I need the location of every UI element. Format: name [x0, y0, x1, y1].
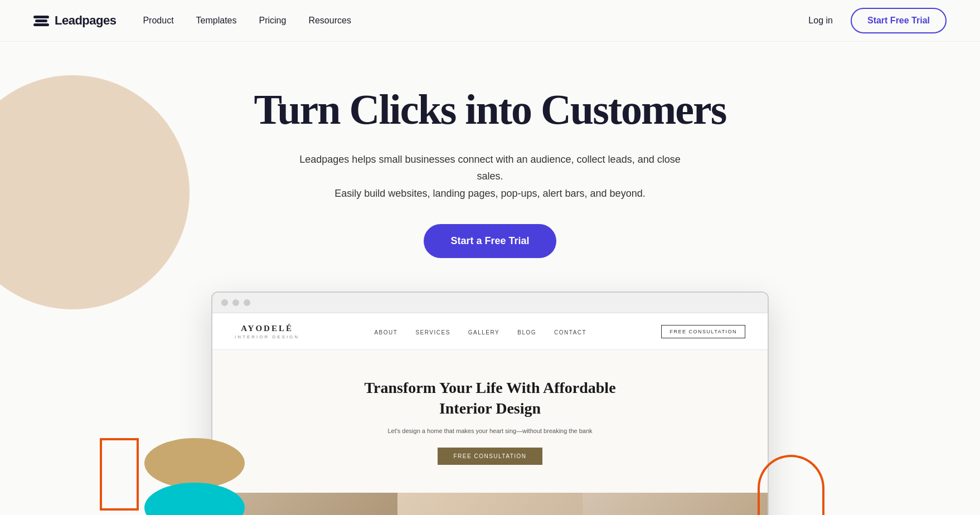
browser-dot-2: [232, 299, 239, 306]
mockup-navbar: AYODELÉ INTERIOR DESIGN ABOUT SERVICES G…: [212, 313, 768, 350]
hourglass-bottom: [144, 483, 245, 515]
mockup-link-about: ABOUT: [374, 329, 397, 336]
orange-arch-decoration: [758, 455, 824, 515]
nav-item-pricing[interactable]: Pricing: [259, 16, 287, 26]
mockup-nav-links: ABOUT SERVICES GALLERY BLOG CONTACT: [374, 327, 586, 337]
mockup-nav-consultation-button: FREE CONSULTATION: [661, 325, 745, 338]
logo[interactable]: Leadpages: [33, 13, 116, 28]
browser-content: AYODELÉ INTERIOR DESIGN ABOUT SERVICES G…: [212, 313, 768, 515]
hourglass-decoration: [144, 438, 245, 515]
nav-left: Leadpages Product Templates Pricing Reso…: [33, 13, 351, 28]
hero-content: Turn Clicks into Customers Leadpages hel…: [33, 86, 947, 515]
hero-subtitle: Leadpages helps small businesses connect…: [295, 151, 685, 202]
mockup-nav-about: ABOUT: [374, 327, 397, 337]
browser-mockup-wrapper: AYODELÉ INTERIOR DESIGN ABOUT SERVICES G…: [211, 291, 769, 515]
nav-link-resources[interactable]: Resources: [308, 16, 351, 25]
hero-section: Turn Clicks into Customers Leadpages hel…: [0, 42, 980, 515]
mockup-images: [212, 493, 768, 515]
logo-text: Leadpages: [55, 13, 116, 28]
nav-item-resources[interactable]: Resources: [308, 16, 351, 26]
nav-item-templates[interactable]: Templates: [196, 16, 237, 26]
mockup-brand-sub: INTERIOR DESIGN: [235, 334, 299, 339]
nav-link-templates[interactable]: Templates: [196, 16, 237, 25]
nav-item-product[interactable]: Product: [143, 16, 173, 26]
hero-subtitle-line2: Easily build websites, landing pages, po…: [334, 188, 645, 199]
mockup-nav-services: SERVICES: [415, 327, 450, 337]
mockup-headline: Transform Your Life With Affordable Inte…: [362, 378, 618, 419]
mockup-logo-area: AYODELÉ INTERIOR DESIGN: [235, 323, 299, 339]
mockup-nav-contact: CONTACT: [554, 327, 586, 337]
mockup-link-services: SERVICES: [415, 329, 450, 336]
nav-link-pricing[interactable]: Pricing: [259, 16, 287, 25]
hourglass-top: [144, 438, 245, 488]
mockup-cta-button: FREE CONSULTATION: [438, 448, 542, 465]
logo-layer-1: [33, 16, 49, 18]
mockup-nav-gallery: GALLERY: [468, 327, 499, 337]
nav-link-product[interactable]: Product: [143, 16, 173, 25]
mockup-link-gallery: GALLERY: [468, 329, 499, 336]
mockup-link-contact: CONTACT: [554, 329, 586, 336]
logo-icon: [33, 16, 49, 26]
mockup-subtext: Let's design a home that makes your hear…: [235, 427, 745, 434]
navbar: Leadpages Product Templates Pricing Reso…: [0, 0, 980, 42]
browser-dot-1: [221, 299, 228, 306]
browser-mockup: AYODELÉ INTERIOR DESIGN ABOUT SERVICES G…: [211, 291, 769, 515]
hero-subtitle-line1: Leadpages helps small businesses connect…: [299, 154, 680, 182]
hero-cta-button[interactable]: Start a Free Trial: [424, 224, 556, 258]
browser-dot-3: [244, 299, 250, 306]
login-link[interactable]: Log in: [808, 16, 833, 26]
logo-layer-3: [33, 23, 49, 26]
nav-start-trial-button[interactable]: Start Free Trial: [851, 8, 947, 33]
mockup-hero: Transform Your Life With Affordable Inte…: [212, 350, 768, 482]
mockup-nav-blog: BLOG: [517, 327, 536, 337]
orange-rect-decoration: [100, 438, 139, 511]
mockup-image-3: [583, 493, 768, 515]
mockup-brand-name: AYODELÉ: [241, 324, 293, 333]
mockup-link-blog: BLOG: [517, 329, 536, 336]
browser-topbar: [212, 293, 768, 313]
nav-right: Log in Start Free Trial: [808, 8, 947, 33]
hero-headline: Turn Clicks into Customers: [33, 86, 947, 133]
logo-layer-2: [35, 20, 47, 22]
mockup-image-2: [397, 493, 583, 515]
nav-links: Product Templates Pricing Resources: [143, 16, 351, 26]
